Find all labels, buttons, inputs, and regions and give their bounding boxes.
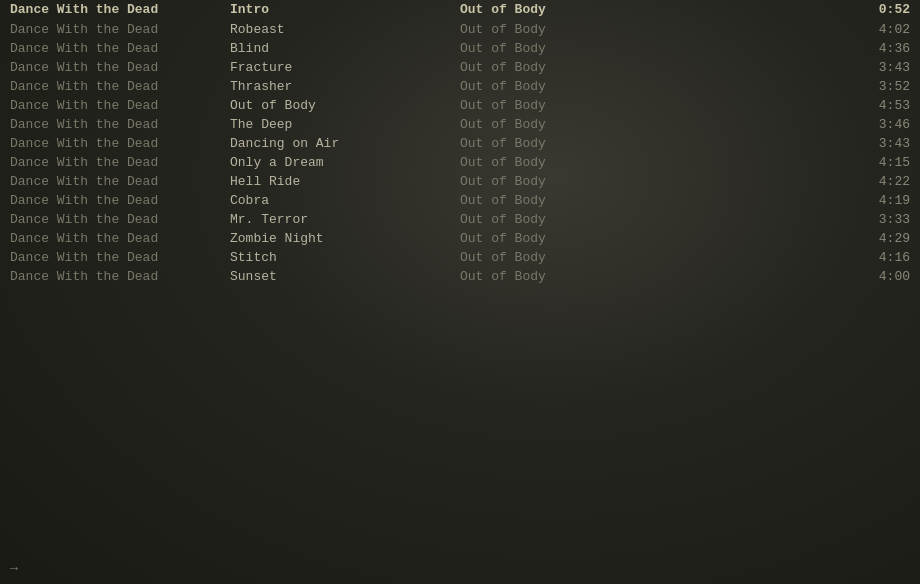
track-title: Only a Dream xyxy=(230,155,460,170)
track-duration: 4:16 xyxy=(850,250,910,265)
track-title: Hell Ride xyxy=(230,174,460,189)
track-row[interactable]: Dance With the DeadCobraOut of Body4:19 xyxy=(0,191,920,210)
track-row[interactable]: Dance With the DeadMr. TerrorOut of Body… xyxy=(0,210,920,229)
track-album: Out of Body xyxy=(460,269,850,284)
track-list-header: Dance With the Dead Intro Out of Body 0:… xyxy=(0,0,920,19)
track-row[interactable]: Dance With the DeadOnly a DreamOut of Bo… xyxy=(0,153,920,172)
track-artist: Dance With the Dead xyxy=(10,155,230,170)
header-title: Intro xyxy=(230,2,460,17)
track-list: Dance With the Dead Intro Out of Body 0:… xyxy=(0,0,920,286)
track-row[interactable]: Dance With the DeadThrasherOut of Body3:… xyxy=(0,77,920,96)
track-artist: Dance With the Dead xyxy=(10,250,230,265)
track-artist: Dance With the Dead xyxy=(10,79,230,94)
track-album: Out of Body xyxy=(460,155,850,170)
track-artist: Dance With the Dead xyxy=(10,231,230,246)
track-title: Blind xyxy=(230,41,460,56)
track-album: Out of Body xyxy=(460,212,850,227)
track-title: Mr. Terror xyxy=(230,212,460,227)
header-artist: Dance With the Dead xyxy=(10,2,230,17)
track-artist: Dance With the Dead xyxy=(10,212,230,227)
track-title: Out of Body xyxy=(230,98,460,113)
track-duration: 3:46 xyxy=(850,117,910,132)
track-album: Out of Body xyxy=(460,79,850,94)
track-album: Out of Body xyxy=(460,231,850,246)
track-artist: Dance With the Dead xyxy=(10,41,230,56)
track-artist: Dance With the Dead xyxy=(10,22,230,37)
track-artist: Dance With the Dead xyxy=(10,193,230,208)
track-row[interactable]: Dance With the DeadStitchOut of Body4:16 xyxy=(0,248,920,267)
track-duration: 4:19 xyxy=(850,193,910,208)
track-duration: 3:52 xyxy=(850,79,910,94)
track-row[interactable]: Dance With the DeadDancing on AirOut of … xyxy=(0,134,920,153)
track-row[interactable]: Dance With the DeadThe DeepOut of Body3:… xyxy=(0,115,920,134)
track-album: Out of Body xyxy=(460,250,850,265)
track-duration: 4:00 xyxy=(850,269,910,284)
track-title: Sunset xyxy=(230,269,460,284)
track-artist: Dance With the Dead xyxy=(10,269,230,284)
track-duration: 4:22 xyxy=(850,174,910,189)
track-row[interactable]: Dance With the DeadRobeastOut of Body4:0… xyxy=(0,20,920,39)
track-album: Out of Body xyxy=(460,136,850,151)
track-title: Fracture xyxy=(230,60,460,75)
track-artist: Dance With the Dead xyxy=(10,60,230,75)
track-duration: 3:43 xyxy=(850,136,910,151)
track-duration: 4:15 xyxy=(850,155,910,170)
track-title: Stitch xyxy=(230,250,460,265)
track-album: Out of Body xyxy=(460,174,850,189)
track-artist: Dance With the Dead xyxy=(10,117,230,132)
track-title: Zombie Night xyxy=(230,231,460,246)
track-artist: Dance With the Dead xyxy=(10,98,230,113)
track-duration: 3:33 xyxy=(850,212,910,227)
track-artist: Dance With the Dead xyxy=(10,174,230,189)
header-duration: 0:52 xyxy=(850,2,910,17)
track-album: Out of Body xyxy=(460,41,850,56)
track-row[interactable]: Dance With the DeadZombie NightOut of Bo… xyxy=(0,229,920,248)
track-row[interactable]: Dance With the DeadFractureOut of Body3:… xyxy=(0,58,920,77)
track-duration: 4:36 xyxy=(850,41,910,56)
track-title: Dancing on Air xyxy=(230,136,460,151)
track-album: Out of Body xyxy=(460,22,850,37)
track-duration: 4:02 xyxy=(850,22,910,37)
track-album: Out of Body xyxy=(460,98,850,113)
track-row[interactable]: Dance With the DeadHell RideOut of Body4… xyxy=(0,172,920,191)
track-duration: 4:53 xyxy=(850,98,910,113)
track-album: Out of Body xyxy=(460,193,850,208)
track-row[interactable]: Dance With the DeadBlindOut of Body4:36 xyxy=(0,39,920,58)
track-row[interactable]: Dance With the DeadSunsetOut of Body4:00 xyxy=(0,267,920,286)
header-album: Out of Body xyxy=(460,2,850,17)
track-title: The Deep xyxy=(230,117,460,132)
track-artist: Dance With the Dead xyxy=(10,136,230,151)
track-title: Cobra xyxy=(230,193,460,208)
track-duration: 3:43 xyxy=(850,60,910,75)
track-row[interactable]: Dance With the DeadOut of BodyOut of Bod… xyxy=(0,96,920,115)
track-title: Robeast xyxy=(230,22,460,37)
track-duration: 4:29 xyxy=(850,231,910,246)
track-title: Thrasher xyxy=(230,79,460,94)
track-album: Out of Body xyxy=(460,117,850,132)
track-album: Out of Body xyxy=(460,60,850,75)
arrow-indicator: → xyxy=(10,561,18,576)
